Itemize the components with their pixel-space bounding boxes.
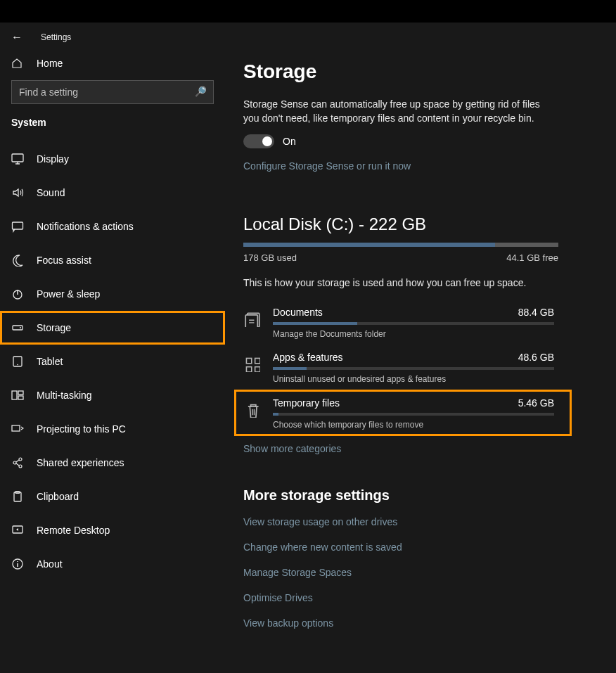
- more-storage-links: View storage usage on other drivesChange…: [243, 516, 595, 629]
- message-icon: [11, 220, 24, 233]
- sidebar-item-label: Multi-tasking: [37, 390, 92, 401]
- info-icon: [11, 558, 24, 570]
- sidebar-item-label: Tablet: [37, 356, 63, 367]
- disk-usage-fill: [243, 243, 495, 247]
- monitor-icon: [11, 153, 24, 165]
- sidebar: ← Settings Home 🔍 System DisplaySoundNot…: [0, 23, 225, 673]
- sidebar-item-label: Shared experiences: [37, 457, 124, 468]
- category-name: Documents: [273, 307, 323, 318]
- configure-storage-sense-link[interactable]: Configure Storage Sense or run it now: [243, 160, 411, 172]
- more-link[interactable]: View backup options: [243, 617, 595, 629]
- more-link[interactable]: Change where new content is saved: [243, 541, 595, 553]
- sidebar-item-label: Remote Desktop: [37, 525, 110, 536]
- storage-sense-description: Storage Sense can automatically free up …: [243, 97, 546, 126]
- search-input[interactable]: [11, 80, 214, 104]
- sidebar-item-notifications[interactable]: Notifications & actions: [0, 210, 225, 243]
- sidebar-item-display[interactable]: Display: [0, 142, 225, 176]
- moon-icon: [11, 254, 24, 267]
- disk-usage-bar: [243, 243, 558, 247]
- home-icon: [11, 58, 24, 69]
- doc-icon: [243, 308, 262, 331]
- tablet-icon: [11, 355, 24, 368]
- sidebar-item-power[interactable]: Power & sleep: [0, 277, 225, 311]
- category-sub: Manage the Documents folder: [273, 329, 554, 339]
- category-list: Documents88.4 GBManage the Documents fol…: [243, 300, 595, 436]
- sidebar-item-label: Storage: [37, 322, 71, 333]
- sidebar-item-projecting[interactable]: Projecting to this PC: [0, 412, 225, 446]
- sidebar-item-label: About: [37, 558, 63, 570]
- sidebar-item-label: Focus assist: [37, 255, 91, 266]
- storage-sense-toggle[interactable]: [243, 134, 274, 148]
- more-link[interactable]: Optimise Drives: [243, 592, 595, 603]
- disk-free-label: 44.1 GB free: [506, 252, 558, 263]
- home-nav[interactable]: Home: [0, 51, 225, 76]
- back-button[interactable]: ←: [11, 31, 23, 44]
- sidebar-item-focus[interactable]: Focus assist: [0, 243, 225, 277]
- category-name: Temporary files: [273, 397, 340, 409]
- sidebar-item-multitask[interactable]: Multi-tasking: [0, 378, 225, 412]
- category-name: Apps & features: [273, 352, 343, 363]
- nav-list: DisplaySoundNotifications & actionsFocus…: [0, 142, 225, 581]
- category-size: 48.6 GB: [518, 352, 554, 363]
- show-more-categories-link[interactable]: Show more categories: [243, 443, 341, 454]
- category-documents[interactable]: Documents88.4 GBManage the Documents fol…: [243, 300, 595, 345]
- sidebar-item-shared[interactable]: Shared experiences: [0, 446, 225, 480]
- multitask-icon: [11, 389, 24, 402]
- category-size: 88.4 GB: [518, 307, 554, 318]
- category-bar: [273, 322, 554, 325]
- apps-icon: [243, 353, 262, 376]
- sidebar-item-sound[interactable]: Sound: [0, 176, 225, 210]
- search-wrap: 🔍: [11, 80, 214, 104]
- more-link[interactable]: View storage usage on other drives: [243, 516, 595, 527]
- sidebar-item-label: Clipboard: [37, 491, 79, 502]
- sidebar-item-about[interactable]: About: [0, 547, 225, 581]
- sidebar-item-label: Notifications & actions: [37, 221, 134, 232]
- sidebar-item-label: Projecting to this PC: [37, 423, 126, 435]
- speaker-icon: [11, 186, 24, 199]
- more-storage-heading: More storage settings: [243, 487, 595, 504]
- page-title: Storage: [243, 60, 595, 83]
- content: Storage Storage Sense can automatically …: [225, 23, 616, 673]
- category-bar: [273, 413, 554, 416]
- sidebar-item-tablet[interactable]: Tablet: [0, 345, 225, 378]
- sidebar-item-storage[interactable]: Storage: [0, 311, 225, 345]
- category-sub: Uninstall unused or undesired apps & fea…: [273, 374, 554, 384]
- clipboard-icon: [11, 490, 24, 503]
- share-icon: [11, 456, 24, 469]
- drive-icon: [11, 321, 24, 334]
- toggle-state-label: On: [283, 136, 296, 147]
- disk-used-label: 178 GB used: [243, 252, 297, 263]
- trash-icon: [243, 399, 262, 421]
- sidebar-item-clipboard[interactable]: Clipboard: [0, 480, 225, 513]
- more-link[interactable]: Manage Storage Spaces: [243, 567, 595, 578]
- search-icon: 🔍: [195, 86, 207, 97]
- sidebar-item-label: Display: [37, 153, 69, 165]
- remote-icon: [11, 524, 24, 537]
- category-sub: Choose which temporary files to remove: [273, 420, 554, 430]
- category-bar: [273, 367, 554, 370]
- category-size: 5.46 GB: [518, 397, 554, 409]
- power-icon: [11, 288, 24, 300]
- project-icon: [11, 423, 24, 435]
- category-temporary-files[interactable]: Temporary files5.46 GBChoose which tempo…: [234, 390, 572, 436]
- usage-hint: This is how your storage is used and how…: [243, 277, 595, 288]
- sidebar-item-label: Power & sleep: [37, 288, 100, 300]
- disk-heading: Local Disk (C:) - 222 GB: [243, 214, 595, 234]
- titlebar: [0, 0, 616, 23]
- sidebar-item-label: Sound: [37, 187, 65, 198]
- sidebar-section-title: System: [0, 114, 225, 135]
- sidebar-item-remote[interactable]: Remote Desktop: [0, 513, 225, 547]
- home-label: Home: [37, 58, 63, 69]
- category-apps-features[interactable]: Apps & features48.6 GBUninstall unused o…: [243, 345, 595, 390]
- app-title: Settings: [41, 32, 71, 42]
